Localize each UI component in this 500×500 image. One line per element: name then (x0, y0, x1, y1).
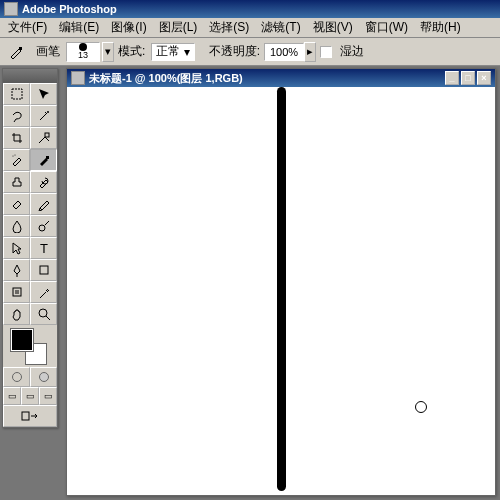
menu-filter[interactable]: 滤镜(T) (255, 19, 306, 36)
menu-select[interactable]: 选择(S) (203, 19, 255, 36)
lasso-tool[interactable] (3, 105, 30, 127)
app-icon (4, 2, 18, 16)
pen-tool[interactable] (3, 259, 30, 281)
workarea: T ▭ ▭ ▭ (0, 66, 500, 500)
quickmask-mode[interactable] (30, 367, 57, 387)
svg-point-4 (12, 156, 13, 157)
menu-image[interactable]: 图像(I) (105, 19, 152, 36)
svg-rect-9 (40, 266, 48, 274)
brush-cursor-icon (415, 401, 427, 413)
menu-edit[interactable]: 编辑(E) (53, 19, 105, 36)
brush-size: 13 (78, 51, 88, 60)
svg-rect-10 (13, 288, 21, 296)
blur-tool[interactable] (3, 215, 30, 237)
brush-preview[interactable]: 13 (66, 42, 100, 62)
screen-full-menu[interactable]: ▭ (21, 387, 39, 405)
wand-tool[interactable] (30, 105, 57, 127)
color-swatches (3, 325, 57, 367)
wetedge-label: 湿边 (340, 43, 364, 60)
stamp-tool[interactable] (3, 171, 30, 193)
svg-text:T: T (40, 241, 48, 255)
crop-tool[interactable] (3, 127, 30, 149)
foreground-color[interactable] (11, 329, 33, 351)
brush-dropdown[interactable]: ▾ (102, 42, 114, 62)
menu-layer[interactable]: 图层(L) (153, 19, 204, 36)
toolbox-header[interactable] (3, 69, 57, 83)
slice-tool[interactable] (30, 127, 57, 149)
menu-bar: 文件(F) 编辑(E) 图像(I) 图层(L) 选择(S) 滤镜(T) 视图(V… (0, 18, 500, 38)
svg-point-5 (14, 155, 15, 156)
eyedropper-tool[interactable] (30, 281, 57, 303)
svg-point-7 (39, 225, 45, 231)
brush-tool[interactable] (30, 149, 57, 171)
airbrush-tool[interactable] (3, 149, 30, 171)
minimize-button[interactable]: _ (445, 71, 459, 85)
type-tool[interactable]: T (30, 237, 57, 259)
close-button[interactable]: × (477, 71, 491, 85)
menu-view[interactable]: 视图(V) (307, 19, 359, 36)
screen-full[interactable]: ▭ (39, 387, 57, 405)
notes-tool[interactable] (3, 281, 30, 303)
marquee-tool[interactable] (3, 83, 30, 105)
canvas[interactable] (67, 87, 495, 495)
pencil-tool[interactable] (30, 193, 57, 215)
brush-label: 画笔 (36, 43, 60, 60)
brush-stroke (277, 87, 286, 491)
opacity-input[interactable] (264, 43, 304, 61)
dodge-tool[interactable] (30, 215, 57, 237)
move-tool[interactable] (30, 83, 57, 105)
options-bar: 画笔 13 ▾ 模式: 正常 ▾ 不透明度: ▸ 湿边 (0, 38, 500, 66)
app-titlebar: Adobe Photoshop (0, 0, 500, 18)
svg-rect-3 (45, 133, 49, 137)
app-title: Adobe Photoshop (22, 3, 117, 15)
menu-help[interactable]: 帮助(H) (414, 19, 467, 36)
document-window: 未标题-1 @ 100%(图层 1,RGB) _ □ × (66, 68, 496, 496)
menu-file[interactable]: 文件(F) (2, 19, 53, 36)
svg-rect-1 (12, 89, 22, 99)
document-title: 未标题-1 @ 100%(图层 1,RGB) (89, 71, 243, 86)
shape-tool[interactable] (30, 259, 57, 281)
mode-label: 模式: (118, 43, 145, 60)
history-brush-tool[interactable] (30, 171, 57, 193)
mode-select[interactable]: 正常 ▾ (151, 43, 194, 61)
jump-to-imageready[interactable] (3, 405, 57, 427)
menu-window[interactable]: 窗口(W) (359, 19, 414, 36)
document-titlebar[interactable]: 未标题-1 @ 100%(图层 1,RGB) _ □ × (67, 69, 495, 87)
svg-rect-12 (22, 412, 29, 420)
eraser-tool[interactable] (3, 193, 30, 215)
brush-tool-icon (6, 42, 26, 62)
toolbox: T ▭ ▭ ▭ (2, 68, 58, 428)
screen-standard[interactable]: ▭ (3, 387, 21, 405)
svg-point-2 (47, 111, 49, 113)
svg-point-11 (39, 309, 47, 317)
svg-rect-6 (46, 156, 49, 159)
wetedge-checkbox[interactable] (320, 46, 332, 58)
hand-tool[interactable] (3, 303, 30, 325)
document-icon (71, 71, 85, 85)
standard-mode[interactable] (3, 367, 30, 387)
svg-rect-0 (19, 47, 22, 50)
opacity-label: 不透明度: (209, 43, 260, 60)
zoom-tool[interactable] (30, 303, 57, 325)
maximize-button[interactable]: □ (461, 71, 475, 85)
path-select-tool[interactable] (3, 237, 30, 259)
opacity-dropdown[interactable]: ▸ (304, 42, 316, 62)
